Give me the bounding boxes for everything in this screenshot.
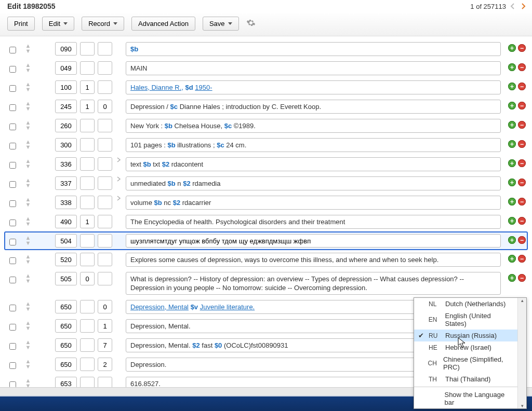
remove-row-icon[interactable]: − (518, 44, 526, 52)
indicator2-input[interactable] (98, 338, 112, 352)
remove-row-icon[interactable]: − (518, 217, 526, 225)
add-row-icon[interactable]: + (508, 140, 516, 148)
indicator2-input[interactable] (98, 42, 112, 56)
field-value[interactable]: The Encyclopedia of health. Psychologica… (126, 215, 501, 229)
indicator1-input[interactable] (80, 319, 95, 333)
indicator1-input[interactable] (80, 42, 95, 56)
language-menu-item-en[interactable]: ENEnglish (United States) (414, 310, 517, 330)
indicator1-input[interactable] (80, 272, 95, 285)
remove-row-icon[interactable]: − (518, 236, 526, 244)
row-move-handle[interactable]: ▲▼ (22, 138, 34, 149)
expand-icon[interactable] (115, 196, 123, 201)
row-checkbox[interactable] (9, 343, 16, 350)
remove-row-icon[interactable]: − (518, 159, 526, 167)
add-row-icon[interactable]: + (508, 121, 516, 129)
indicator2-input[interactable] (98, 61, 112, 75)
indicator1-input[interactable] (80, 176, 95, 190)
row-move-handle[interactable]: ▲▼ (22, 100, 34, 111)
indicator1-input[interactable] (80, 300, 95, 313)
row-move-handle[interactable]: ▲▼ (22, 42, 34, 53)
tag-input[interactable] (55, 80, 77, 94)
field-value[interactable]: 101 pages : $b illustrations ; $c 24 cm. (126, 138, 501, 152)
add-row-icon[interactable]: + (508, 217, 516, 225)
add-row-icon[interactable]: + (508, 179, 516, 186)
indicator1-input[interactable] (80, 61, 95, 75)
row-move-handle[interactable]: ▲▼ (22, 338, 34, 350)
add-row-icon[interactable]: + (508, 102, 516, 109)
language-menu-item-he[interactable]: HEHebrew (Israel) (414, 341, 517, 353)
prev-record-icon[interactable] (509, 3, 516, 10)
tag-input[interactable] (55, 300, 77, 313)
indicator2-input[interactable] (98, 319, 112, 333)
indicator2-input[interactable] (98, 138, 112, 152)
row-checkbox[interactable] (9, 239, 16, 245)
row-move-handle[interactable]: ▲▼ (22, 157, 34, 169)
row-move-handle[interactable]: ▲▼ (22, 80, 34, 92)
field-value[interactable]: Depression / $c Dianne Hales ; introduct… (126, 100, 501, 114)
indicator2-input[interactable] (98, 272, 112, 285)
indicator2-input[interactable] (98, 119, 112, 132)
row-move-handle[interactable]: ▲▼ (22, 61, 34, 73)
field-value[interactable]: text $b txt $2 rdacontent (126, 157, 501, 171)
row-checkbox[interactable] (9, 305, 16, 311)
language-menu-scrollbar[interactable]: ▴▾ (517, 298, 526, 408)
row-move-handle[interactable]: ▲▼ (22, 300, 34, 311)
next-record-icon[interactable] (520, 3, 527, 10)
row-move-handle[interactable]: ▲▼ (22, 176, 34, 188)
indicator1-input[interactable] (80, 358, 95, 371)
add-row-icon[interactable]: + (508, 44, 516, 52)
row-move-handle[interactable]: ▲▼ (22, 377, 34, 388)
indicator1-input[interactable] (80, 338, 95, 352)
indicator2-input[interactable] (98, 358, 112, 371)
language-menu-show-bar[interactable]: Show the Language bar (414, 389, 517, 408)
row-move-handle[interactable]: ▲▼ (22, 253, 34, 264)
tag-input[interactable] (55, 272, 77, 285)
row-checkbox[interactable] (9, 85, 16, 92)
indicator2-input[interactable] (98, 80, 112, 94)
add-row-icon[interactable]: + (508, 83, 516, 90)
expand-icon[interactable] (115, 176, 123, 182)
tag-input[interactable] (55, 176, 77, 190)
language-menu[interactable]: ▴▾ NLDutch (Netherlands)ENEnglish (Unite… (414, 297, 527, 409)
row-checkbox[interactable] (9, 277, 16, 283)
tag-input[interactable] (55, 253, 77, 266)
tag-input[interactable] (55, 319, 77, 333)
row-checkbox[interactable] (9, 47, 16, 53)
indicator2-input[interactable] (98, 100, 112, 113)
row-move-handle[interactable]: ▲▼ (22, 358, 34, 369)
indicator2-input[interactable] (98, 196, 112, 209)
remove-row-icon[interactable]: − (518, 255, 526, 263)
indicator1-input[interactable] (80, 100, 95, 113)
tag-input[interactable] (55, 215, 77, 228)
advanced-action-button[interactable]: Advanced Action (131, 17, 195, 31)
tag-input[interactable] (55, 234, 77, 248)
row-checkbox[interactable] (9, 66, 16, 73)
indicator1-input[interactable] (80, 157, 95, 171)
language-menu-item-nl[interactable]: NLDutch (Netherlands) (414, 298, 517, 310)
add-row-icon[interactable]: + (508, 236, 516, 244)
add-row-icon[interactable]: + (508, 198, 516, 206)
indicator2-input[interactable] (98, 234, 112, 248)
field-value-input[interactable] (126, 234, 501, 248)
save-menu-button[interactable]: Save (203, 17, 239, 31)
row-move-handle[interactable]: ▲▼ (22, 215, 34, 226)
remove-row-icon[interactable]: − (518, 274, 526, 282)
tag-input[interactable] (55, 338, 77, 352)
indicator1-input[interactable] (80, 138, 95, 152)
tag-input[interactable] (55, 119, 77, 132)
add-row-icon[interactable]: + (508, 63, 516, 71)
indicator2-input[interactable] (98, 300, 112, 313)
language-menu-item-ch[interactable]: CHChinese (Simplified, PRC) (414, 353, 517, 373)
remove-row-icon[interactable]: − (518, 198, 526, 206)
tag-input[interactable] (55, 100, 77, 113)
language-menu-item-ru[interactable]: ✔RURussian (Russia) (414, 330, 517, 341)
language-menu-item-th[interactable]: THThai (Thailand) (414, 373, 517, 385)
indicator2-input[interactable] (98, 157, 112, 171)
tag-input[interactable] (55, 157, 77, 171)
record-menu-button[interactable]: Record (82, 17, 124, 31)
row-checkbox[interactable] (9, 200, 16, 207)
row-move-handle[interactable]: ▲▼ (22, 196, 34, 207)
add-row-icon[interactable]: + (508, 274, 516, 282)
field-value[interactable]: Explores some causes of depression, ways… (126, 253, 501, 267)
row-move-handle[interactable]: ▲▼ (22, 119, 34, 130)
